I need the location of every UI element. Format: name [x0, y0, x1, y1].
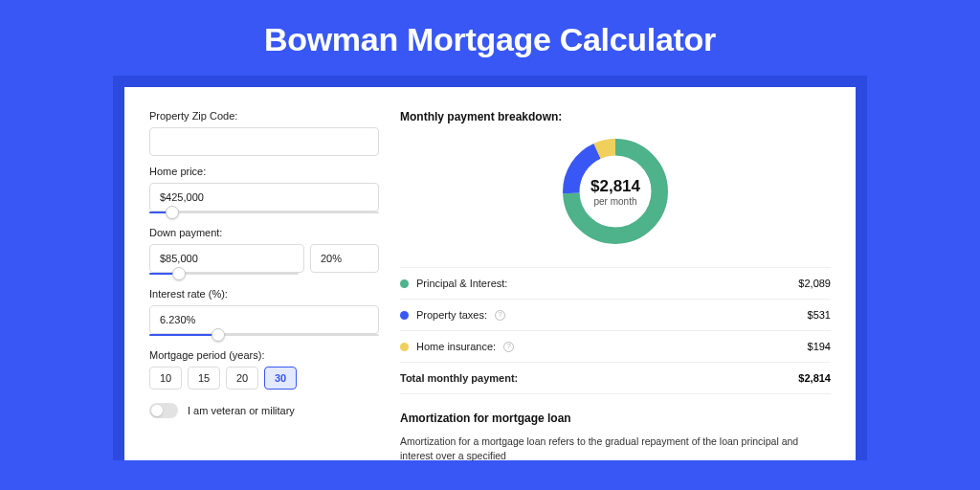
home-price-slider[interactable]	[149, 212, 379, 213]
interest-rate-slider[interactable]	[149, 334, 379, 336]
calculator-panel: Property Zip Code: Home price: Down paym…	[124, 87, 856, 460]
mortgage-period-option-20[interactable]: 20	[226, 367, 258, 390]
field-down-payment-block: Down payment:	[149, 227, 379, 275]
field-interest-rate-block: Interest rate (%):	[149, 288, 379, 336]
breakdown-legend: Principal & Interest:$2,089Property taxe…	[400, 267, 831, 394]
legend-value-principal_interest: $2,089	[798, 278, 831, 289]
legend-value-total: $2,814	[798, 372, 831, 384]
legend-dot-property_taxes	[400, 311, 409, 320]
legend-dot-home_insurance	[400, 343, 409, 351]
page-title: Bowman Mortgage Calculator	[0, 0, 980, 76]
legend-row-total: Total monthly payment:$2,814	[400, 363, 831, 394]
interest-rate-input[interactable]	[149, 305, 379, 334]
amortization-section: Amortization for mortgage loan Amortizat…	[400, 412, 831, 462]
donut-center-sub: per month	[593, 196, 636, 207]
interest-rate-slider-fill	[149, 334, 218, 336]
field-zip-block: Property Zip Code:	[149, 110, 379, 156]
mortgage-period-option-30[interactable]: 30	[264, 367, 297, 390]
legend-row-home_insurance: Home insurance:?$194	[400, 331, 831, 363]
amortization-body: Amortization for a mortgage loan refers …	[400, 434, 831, 462]
field-zip-label: Property Zip Code:	[149, 110, 379, 122]
down-payment-slider-thumb[interactable]	[172, 267, 186, 280]
field-interest-rate-label: Interest rate (%):	[149, 288, 379, 300]
zip-input[interactable]	[149, 127, 379, 156]
legend-dot-principal_interest	[400, 279, 409, 288]
amortization-title: Amortization for mortgage loan	[400, 412, 831, 425]
legend-value-home_insurance: $194	[808, 341, 831, 352]
veteran-row: I am veteran or military	[149, 403, 379, 418]
donut-chart: $2,814 per month	[557, 133, 674, 250]
field-down-payment-label: Down payment:	[149, 227, 379, 238]
donut-chart-wrap: $2,814 per month	[400, 133, 831, 250]
down-payment-slider[interactable]	[149, 273, 299, 275]
home-price-slider-thumb[interactable]	[166, 206, 179, 219]
legend-row-principal_interest: Principal & Interest:$2,089	[400, 268, 831, 300]
inputs-column: Property Zip Code: Home price: Down paym…	[149, 110, 379, 460]
breakdown-title: Monthly payment breakdown:	[400, 110, 831, 123]
legend-row-property_taxes: Property taxes:?$531	[400, 300, 831, 331]
mortgage-period-options: 10152030	[149, 367, 379, 390]
info-icon[interactable]: ?	[503, 342, 514, 352]
mortgage-period-option-10[interactable]: 10	[149, 367, 182, 390]
legend-value-property_taxes: $531	[808, 309, 831, 321]
interest-rate-slider-thumb[interactable]	[212, 328, 225, 342]
down-payment-percent-input[interactable]	[310, 244, 379, 273]
field-home-price-block: Home price:	[149, 166, 379, 213]
down-payment-amount-input[interactable]	[149, 244, 304, 273]
legend-label-total: Total monthly payment:	[400, 372, 518, 384]
legend-label-home_insurance: Home insurance:	[416, 341, 496, 352]
legend-label-principal_interest: Principal & Interest:	[416, 278, 507, 289]
info-icon[interactable]: ?	[495, 310, 505, 321]
mortgage-period-option-15[interactable]: 15	[188, 367, 220, 390]
field-home-price-label: Home price:	[149, 166, 379, 177]
veteran-toggle[interactable]	[149, 403, 178, 418]
legend-label-property_taxes: Property taxes:	[416, 309, 487, 321]
field-mortgage-period-label: Mortgage period (years):	[149, 349, 379, 361]
panel-backdrop: Property Zip Code: Home price: Down paym…	[113, 76, 867, 460]
veteran-label: I am veteran or military	[188, 405, 295, 416]
donut-center-amount: $2,814	[590, 177, 640, 196]
breakdown-column: Monthly payment breakdown: $2,814 per mo…	[400, 110, 831, 460]
donut-center: $2,814 per month	[557, 133, 674, 250]
home-price-input[interactable]	[149, 183, 379, 212]
